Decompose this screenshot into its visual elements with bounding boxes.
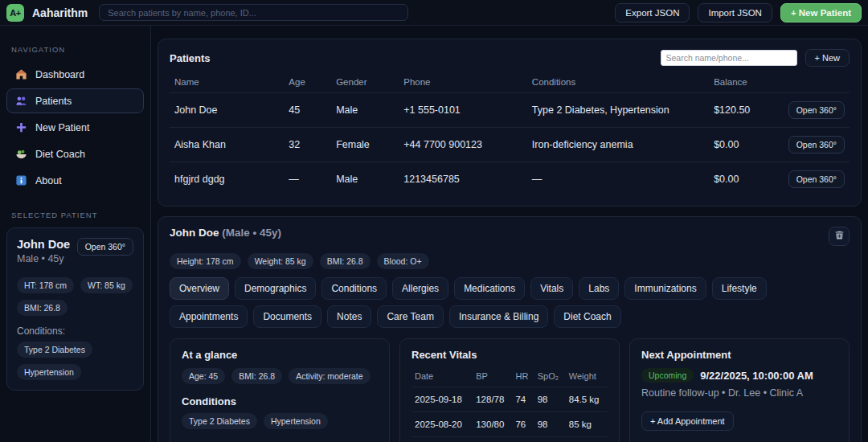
tab-immunizations[interactable]: Immunizations [624, 277, 706, 300]
global-search-input[interactable] [99, 4, 408, 21]
condition-chip: Hypertension [264, 413, 328, 429]
tab-conditions[interactable]: Conditions [321, 277, 387, 300]
topbar: A+ Aaharithm Export JSON Import JSON + N… [0, 0, 868, 26]
tab-appointments[interactable]: Appointments [170, 305, 248, 328]
main-content: Patients + New Name Age Gender Phone Con [151, 26, 868, 442]
cell-name: Aisha Khan [170, 128, 284, 162]
delete-patient-button[interactable] [829, 227, 850, 246]
open-360-button[interactable]: Open 360° [788, 136, 845, 153]
vitals-column: SpO₂ [534, 368, 566, 387]
sidebar: NAVIGATION Dashboard Patients New Patien… [0, 26, 151, 442]
card-title: Next Appointment [641, 349, 837, 361]
cell-name: hfgjrd dgdg [170, 162, 284, 197]
app-title: Aaharithm [32, 6, 88, 19]
sidebar-item-new-patient[interactable]: New Patient [6, 115, 144, 140]
tab-insurance-billing[interactable]: Insurance & Billing [449, 305, 548, 328]
sidebar-item-label: Dashboard [35, 69, 84, 80]
appointment-datetime: 9/22/2025, 10:00:00 AM [700, 370, 813, 382]
vital-weight: 84.5 kg [566, 387, 608, 412]
table-row[interactable]: hfgjrd dgdg — Male 1213456785 — $0.00 Op… [170, 162, 850, 197]
tab-care-team[interactable]: Care Team [377, 305, 443, 328]
vitals-column: Weight [566, 368, 608, 387]
tab-labs[interactable]: Labs [579, 277, 619, 300]
cell-conditions: Type 2 Diabetes, Hypertension [527, 93, 709, 128]
add-patient-button[interactable]: + New [805, 49, 850, 67]
column-header: Age [284, 70, 331, 93]
cell-conditions: Iron-deficiency anemia [527, 128, 709, 162]
tab-vitals[interactable]: Vitals [530, 277, 573, 300]
vitals-row: 2025-08-20 130/80 76 98 85 kg [411, 412, 608, 437]
import-json-button[interactable]: Import JSON [698, 3, 772, 23]
conditions-title: Conditions [182, 395, 378, 407]
patient-chip: BMI: 26.8 [17, 300, 68, 316]
condition-chip: Type 2 Diabetes [17, 342, 92, 358]
patient-name: John Doe [17, 238, 70, 251]
vital-bp: 128/78 [473, 387, 512, 412]
column-header: Gender [331, 70, 399, 93]
vital-date: 2025-09-18 [411, 387, 473, 412]
sidebar-item-label: About [35, 175, 62, 186]
patients-panel-title: Patients [170, 52, 211, 64]
glance-chip: Activity: moderate [289, 368, 370, 384]
detail-chip: Weight: 85 kg [248, 253, 313, 269]
cell-age: 45 [284, 93, 331, 128]
cell-balance: $0.00 [709, 162, 784, 197]
detail-chip: Height: 178 cm [170, 253, 241, 269]
patient-detail-panel: John Doe (Male • 45y) Height: 178 cm Wei… [158, 216, 862, 442]
add-appointment-button[interactable]: + Add Appointment [641, 411, 734, 431]
tab-lifestyle[interactable]: Lifestyle [712, 277, 767, 300]
table-row[interactable]: Aisha Khan 32 Female +44 7700 900123 Iro… [170, 128, 850, 162]
next-appointment-card: Next Appointment Upcoming 9/22/2025, 10:… [629, 338, 850, 442]
tab-medications[interactable]: Medications [454, 277, 525, 300]
condition-chip: Type 2 Diabetes [182, 413, 257, 429]
cell-age: — [284, 162, 331, 197]
tab-diet-coach[interactable]: Diet Coach [554, 305, 620, 328]
cell-phone: 1213456785 [399, 162, 527, 197]
patient-chip: WT: 85 kg [80, 277, 133, 293]
export-json-button[interactable]: Export JSON [615, 3, 690, 23]
sidebar-item-diet-coach[interactable]: Diet Coach [6, 141, 144, 166]
tab-overview[interactable]: Overview [170, 277, 229, 300]
column-header: Phone [399, 70, 527, 93]
sidebar-item-label: New Patient [35, 122, 89, 133]
cell-gender: Female [331, 128, 399, 162]
patients-table: Name Age Gender Phone Conditions Balance… [170, 70, 850, 196]
open-360-button[interactable]: Open 360° [788, 101, 845, 119]
card-title: Recent Vitals [411, 349, 608, 361]
detail-chip: Blood: O+ [377, 253, 429, 269]
recent-vitals-card: Recent Vitals Date BP HR SpO₂ Weight [399, 338, 620, 442]
cell-gender: Male [331, 93, 399, 128]
detail-tabs: Overview Demographics Conditions Allergi… [170, 277, 850, 328]
salad-icon [15, 148, 27, 160]
new-patient-button[interactable]: + New Patient [780, 3, 862, 23]
vitals-column: BP [473, 368, 512, 387]
patients-panel: Patients + New Name Age Gender Phone Con [158, 39, 862, 207]
vitals-row: 2025-09-18 128/78 74 98 84.5 kg [411, 387, 608, 412]
sidebar-item-about[interactable]: About [6, 168, 144, 193]
patients-search-input[interactable] [661, 50, 797, 66]
house-icon [15, 68, 27, 80]
vital-spo2: 98 [534, 412, 566, 437]
tab-demographics[interactable]: Demographics [235, 277, 316, 300]
tab-notes[interactable]: Notes [327, 305, 371, 328]
cell-name: John Doe [170, 93, 284, 128]
trash-icon [834, 229, 845, 244]
at-a-glance-card: At a glance Age: 45 BMI: 26.8 Activity: … [170, 338, 390, 442]
cell-age: 32 [284, 128, 331, 162]
tab-documents[interactable]: Documents [253, 305, 321, 328]
vital-weight: 85 kg [566, 412, 608, 437]
sidebar-item-dashboard[interactable]: Dashboard [6, 62, 144, 87]
status-badge: Upcoming [641, 368, 694, 383]
cell-phone: +44 7700 900123 [399, 128, 527, 162]
open-360-button[interactable]: Open 360° [77, 238, 133, 256]
vital-hr: 76 [512, 412, 534, 437]
cell-balance: $0.00 [709, 128, 784, 162]
detail-chip: BMI: 26.8 [320, 253, 371, 269]
card-title: At a glance [182, 349, 378, 361]
table-row[interactable]: John Doe 45 Male +1 555-0101 Type 2 Diab… [170, 93, 850, 128]
open-360-button[interactable]: Open 360° [788, 170, 845, 188]
sidebar-item-patients[interactable]: Patients [6, 88, 144, 113]
vital-hr: 74 [512, 387, 534, 412]
vitals-table: Date BP HR SpO₂ Weight 2025-09-18 128/78 [411, 368, 608, 437]
tab-allergies[interactable]: Allergies [392, 277, 448, 300]
